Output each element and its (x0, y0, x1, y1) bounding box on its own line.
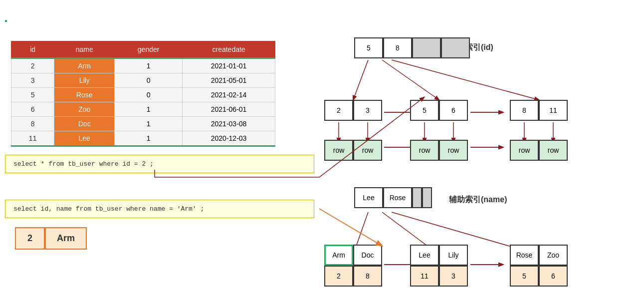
sec-leaf-right: Rose Zoo 5 6 (510, 245, 568, 287)
cell-createdate: 2021-02-14 (183, 88, 275, 102)
l1-right-1: 8 (510, 100, 539, 121)
col-header-gender: gender (115, 41, 183, 58)
cell-name: Zoo (54, 102, 115, 117)
cell-createdate: 2021-05-01 (183, 73, 275, 88)
cell-id: 8 (11, 117, 54, 131)
sec-leaf-left: Arm Doc 2 8 (324, 245, 382, 287)
data-table-wrapper: id name gender createdate 2Arm12021-01-0… (5, 20, 7, 22)
svg-line-0 (353, 60, 368, 100)
sec-leaf-rose-id: 5 (510, 266, 539, 287)
sec-leaf-arm: Arm (324, 245, 353, 266)
sec-leaf-zoo-id: 6 (539, 266, 568, 287)
leaf-lr: row (353, 140, 382, 161)
leaf-mr: row (439, 140, 468, 161)
cell-createdate: 2021-06-01 (183, 102, 275, 117)
leaf-ml: row (410, 140, 439, 161)
leaf-rl: row (510, 140, 539, 161)
result-id: 2 (15, 227, 45, 250)
sec-root: Lee Rose (354, 187, 432, 208)
cell-id: 2 (11, 58, 54, 73)
btree-l1-mid: 5 6 (410, 100, 468, 121)
data-table: id name gender createdate 2Arm12021-01-0… (11, 41, 275, 147)
l1-mid-2: 6 (439, 100, 468, 121)
sec-leaf-doc: Doc (353, 245, 382, 266)
result-name: Arm (45, 227, 87, 250)
secondary-label: 辅助索引(name) (449, 195, 507, 205)
btree-root: 5 8 (354, 37, 470, 58)
sec-leaf-lee-id: 11 (410, 266, 439, 287)
table-row: 2Arm12021-01-01 (11, 58, 275, 73)
cell-gender: 1 (115, 102, 183, 117)
l1-mid-1: 5 (410, 100, 439, 121)
l1-right-2: 11 (539, 100, 568, 121)
cell-createdate: 2021-01-01 (183, 58, 275, 73)
sec-leaf-arm-id: 2 (324, 266, 353, 287)
leaf-rr: row (539, 140, 568, 161)
cell-gender: 0 (115, 73, 183, 88)
sec-leaf-lily-id: 3 (439, 266, 468, 287)
sql-query-2: select id, name from tb_user where name … (5, 200, 314, 218)
btree-l1-right: 8 11 (510, 100, 568, 121)
col-header-createdate: createdate (183, 41, 275, 58)
table-row: 11Lee12020-12-03 (11, 131, 275, 146)
cell-gender: 1 (115, 58, 183, 73)
svg-line-1 (382, 60, 439, 100)
table-row: 6Zoo12021-06-01 (11, 102, 275, 117)
cell-id: 11 (11, 131, 54, 146)
cell-name: Rose (54, 88, 115, 102)
leaf-ll: row (324, 140, 353, 161)
cell-name: Lily (54, 73, 115, 88)
cell-name: Doc (54, 117, 115, 131)
root-cell-2: 8 (383, 37, 412, 58)
cell-id: 5 (11, 88, 54, 102)
sec-root-1: Lee (354, 187, 383, 208)
sec-leaf-rose: Rose (510, 245, 539, 266)
sec-leaf-mid: Lee Lily 11 3 (410, 245, 468, 287)
table-row: 8Doc12021-03-08 (11, 117, 275, 131)
root-cell-3 (412, 37, 441, 58)
col-header-id: id (11, 41, 54, 58)
btree-l1-left: 2 3 (324, 100, 382, 121)
cell-gender: 1 (115, 117, 183, 131)
sec-root-2: Rose (383, 187, 412, 208)
cell-name: Arm (54, 58, 115, 73)
cell-gender: 1 (115, 131, 183, 146)
query-result: 2 Arm (15, 227, 87, 250)
sql-query-1: select * from tb_user where id = 2 ; (5, 155, 314, 173)
cell-name: Lee (54, 131, 115, 146)
btree-area: 聚集索引(id) 5 8 2 3 5 6 8 11 row row (324, 15, 644, 295)
cell-id: 6 (11, 102, 54, 117)
table-row: 5Rose02021-02-14 (11, 88, 275, 102)
cell-gender: 0 (115, 88, 183, 102)
cell-createdate: 2020-12-03 (183, 131, 275, 146)
table-row: 3Lily02021-05-01 (11, 73, 275, 88)
cell-createdate: 2021-03-08 (183, 117, 275, 131)
sec-leaf-lily: Lily (439, 245, 468, 266)
sec-leaf-lee: Lee (410, 245, 439, 266)
svg-line-2 (392, 60, 539, 100)
cell-id: 3 (11, 73, 54, 88)
root-cell-4 (441, 37, 470, 58)
l1-left-1: 2 (324, 100, 353, 121)
root-cell-1: 5 (354, 37, 383, 58)
l1-left-2: 3 (353, 100, 382, 121)
sec-leaf-zoo: Zoo (539, 245, 568, 266)
col-header-name: name (54, 41, 115, 58)
sec-leaf-doc-id: 8 (353, 266, 382, 287)
